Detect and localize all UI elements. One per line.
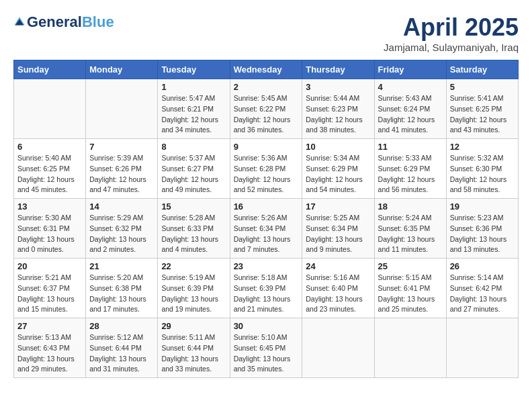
table-row: 21 Sunrise: 5:20 AMSunset: 6:38 PMDaylig… [86,259,158,318]
day-number: 29 [161,321,226,331]
table-row: 14 Sunrise: 5:29 AMSunset: 6:32 PMDaylig… [86,199,158,259]
header-thursday: Thursday [302,60,374,79]
day-number: 17 [306,201,370,212]
logo: GeneralBlue [13,13,114,31]
day-info: Sunrise: 5:25 AMSunset: 6:34 PMDaylight:… [306,214,363,253]
day-info: Sunrise: 5:32 AMSunset: 6:30 PMDaylight:… [450,154,507,193]
header-saturday: Saturday [446,60,518,79]
table-row: 20 Sunrise: 5:21 AMSunset: 6:37 PMDaylig… [14,259,86,318]
table-row: 5 Sunrise: 5:41 AMSunset: 6:25 PMDayligh… [446,79,518,139]
day-info: Sunrise: 5:24 AMSunset: 6:35 PMDaylight:… [378,214,435,253]
table-row: 2 Sunrise: 5:45 AMSunset: 6:22 PMDayligh… [230,79,302,139]
day-number: 19 [450,201,515,212]
day-number: 5 [450,82,515,92]
table-row: 25 Sunrise: 5:15 AMSunset: 6:41 PMDaylig… [374,259,446,318]
calendar-title: April 2025 [384,13,519,42]
day-number: 7 [89,142,154,152]
table-row: 19 Sunrise: 5:23 AMSunset: 6:36 PMDaylig… [446,199,518,259]
calendar-week-row: 13 Sunrise: 5:30 AMSunset: 6:31 PMDaylig… [14,199,519,259]
header-sunday: Sunday [14,60,86,79]
calendar-week-row: 20 Sunrise: 5:21 AMSunset: 6:37 PMDaylig… [14,259,519,318]
day-number: 4 [378,82,443,92]
day-info: Sunrise: 5:21 AMSunset: 6:37 PMDaylight:… [17,273,75,313]
day-number: 20 [17,261,82,271]
day-number: 27 [17,321,82,331]
day-info: Sunrise: 5:10 AMSunset: 6:45 PMDaylight:… [234,333,291,373]
day-number: 28 [89,321,154,331]
header-wednesday: Wednesday [230,60,302,79]
table-row: 24 Sunrise: 5:16 AMSunset: 6:40 PMDaylig… [302,259,374,318]
table-row: 7 Sunrise: 5:39 AMSunset: 6:26 PMDayligh… [86,139,158,199]
table-row: 6 Sunrise: 5:40 AMSunset: 6:25 PMDayligh… [14,139,86,199]
day-info: Sunrise: 5:12 AMSunset: 6:44 PMDaylight:… [89,333,146,373]
day-number: 12 [450,142,515,152]
page-header: GeneralBlue April 2025 Jamjamal, Sulayma… [13,13,519,53]
day-info: Sunrise: 5:28 AMSunset: 6:33 PMDaylight:… [161,214,218,253]
table-row [374,318,446,378]
day-number: 9 [234,142,299,152]
day-number: 16 [234,201,299,212]
calendar-week-row: 1 Sunrise: 5:47 AMSunset: 6:21 PMDayligh… [14,79,519,139]
day-info: Sunrise: 5:39 AMSunset: 6:26 PMDaylight:… [89,154,146,193]
day-info: Sunrise: 5:30 AMSunset: 6:31 PMDaylight:… [17,214,75,253]
day-info: Sunrise: 5:16 AMSunset: 6:40 PMDaylight:… [306,273,363,313]
day-info: Sunrise: 5:33 AMSunset: 6:29 PMDaylight:… [378,154,435,193]
logo-text: GeneralBlue [27,13,114,31]
table-row: 22 Sunrise: 5:19 AMSunset: 6:39 PMDaylig… [158,259,230,318]
table-row: 9 Sunrise: 5:36 AMSunset: 6:28 PMDayligh… [230,139,302,199]
day-number: 1 [161,82,226,92]
day-number: 18 [378,201,443,212]
day-number: 23 [234,261,299,271]
day-info: Sunrise: 5:45 AMSunset: 6:22 PMDaylight:… [234,94,291,134]
day-info: Sunrise: 5:37 AMSunset: 6:27 PMDaylight:… [161,154,218,193]
title-area: April 2025 Jamjamal, Sulaymaniyah, Iraq [384,13,519,53]
day-info: Sunrise: 5:43 AMSunset: 6:24 PMDaylight:… [378,94,435,134]
day-number: 6 [17,142,82,152]
day-number: 30 [234,321,299,331]
header-monday: Monday [86,60,158,79]
day-number: 24 [306,261,370,271]
day-info: Sunrise: 5:11 AMSunset: 6:44 PMDaylight:… [161,333,218,373]
table-row: 23 Sunrise: 5:18 AMSunset: 6:39 PMDaylig… [230,259,302,318]
table-row: 13 Sunrise: 5:30 AMSunset: 6:31 PMDaylig… [14,199,86,259]
table-row: 8 Sunrise: 5:37 AMSunset: 6:27 PMDayligh… [158,139,230,199]
day-number: 13 [17,201,82,212]
calendar-week-row: 27 Sunrise: 5:13 AMSunset: 6:43 PMDaylig… [14,318,519,378]
header-friday: Friday [374,60,446,79]
table-row: 29 Sunrise: 5:11 AMSunset: 6:44 PMDaylig… [158,318,230,378]
day-info: Sunrise: 5:20 AMSunset: 6:38 PMDaylight:… [89,273,146,313]
day-number: 26 [450,261,515,271]
table-row: 12 Sunrise: 5:32 AMSunset: 6:30 PMDaylig… [446,139,518,199]
day-info: Sunrise: 5:14 AMSunset: 6:42 PMDaylight:… [450,273,507,313]
day-info: Sunrise: 5:40 AMSunset: 6:25 PMDaylight:… [17,154,75,193]
table-row: 17 Sunrise: 5:25 AMSunset: 6:34 PMDaylig… [302,199,374,259]
day-number: 3 [306,82,370,92]
day-number: 8 [161,142,226,152]
table-row: 4 Sunrise: 5:43 AMSunset: 6:24 PMDayligh… [374,79,446,139]
table-row: 3 Sunrise: 5:44 AMSunset: 6:23 PMDayligh… [302,79,374,139]
table-row: 15 Sunrise: 5:28 AMSunset: 6:33 PMDaylig… [158,199,230,259]
day-info: Sunrise: 5:18 AMSunset: 6:39 PMDaylight:… [234,273,291,313]
day-info: Sunrise: 5:41 AMSunset: 6:25 PMDaylight:… [450,94,507,134]
day-info: Sunrise: 5:13 AMSunset: 6:43 PMDaylight:… [17,333,75,373]
day-info: Sunrise: 5:23 AMSunset: 6:36 PMDaylight:… [450,214,507,253]
table-row: 18 Sunrise: 5:24 AMSunset: 6:35 PMDaylig… [374,199,446,259]
day-number: 25 [378,261,443,271]
table-row: 27 Sunrise: 5:13 AMSunset: 6:43 PMDaylig… [14,318,86,378]
table-row: 1 Sunrise: 5:47 AMSunset: 6:21 PMDayligh… [158,79,230,139]
table-row [14,79,86,139]
day-info: Sunrise: 5:44 AMSunset: 6:23 PMDaylight:… [306,94,363,134]
table-row: 26 Sunrise: 5:14 AMSunset: 6:42 PMDaylig… [446,259,518,318]
day-info: Sunrise: 5:15 AMSunset: 6:41 PMDaylight:… [378,273,435,313]
calendar-week-row: 6 Sunrise: 5:40 AMSunset: 6:25 PMDayligh… [14,139,519,199]
day-info: Sunrise: 5:47 AMSunset: 6:21 PMDaylight:… [161,94,218,134]
day-number: 21 [89,261,154,271]
day-number: 22 [161,261,226,271]
table-row: 16 Sunrise: 5:26 AMSunset: 6:34 PMDaylig… [230,199,302,259]
day-number: 10 [306,142,370,152]
table-row [446,318,518,378]
table-row: 10 Sunrise: 5:34 AMSunset: 6:29 PMDaylig… [302,139,374,199]
day-number: 2 [234,82,299,92]
day-info: Sunrise: 5:29 AMSunset: 6:32 PMDaylight:… [89,214,146,253]
table-row: 28 Sunrise: 5:12 AMSunset: 6:44 PMDaylig… [86,318,158,378]
